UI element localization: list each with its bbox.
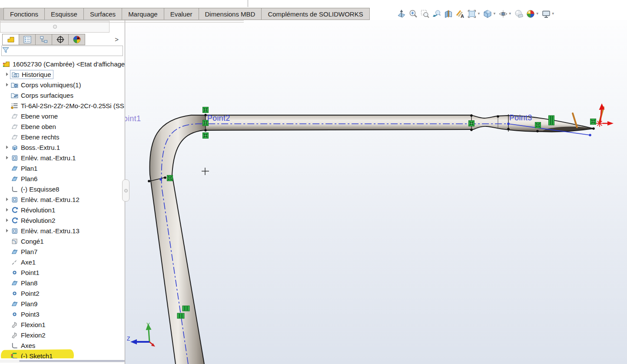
view-settings-button[interactable]: ▼ <box>541 9 555 19</box>
tree-item-plan8[interactable]: Plan8 <box>0 278 125 288</box>
zoom-to-area-icon <box>420 9 430 19</box>
tree-item-historique[interactable]: Historique <box>0 69 125 79</box>
expand-arrow-icon[interactable] <box>4 228 10 234</box>
flex-icon <box>11 331 18 339</box>
tree-item-ebene-rechts[interactable]: Ebene rechts <box>0 132 125 142</box>
tree-item-flexion1[interactable]: Flexion1 <box>0 319 125 330</box>
previous-view-button[interactable] <box>431 9 442 19</box>
expand-arrow-icon[interactable] <box>4 197 10 202</box>
configuration-tab-icon <box>39 35 49 44</box>
property-tab-icon <box>23 35 32 44</box>
apply-scene-button[interactable] <box>514 9 524 19</box>
ribbon-tab-esquisse[interactable]: Esquisse <box>44 8 84 20</box>
manager-tab-propertymanager[interactable] <box>19 34 36 45</box>
revolve-icon <box>11 217 18 224</box>
tree-item-plan7[interactable]: Plan7 <box>0 246 125 257</box>
axis-icon <box>11 258 18 266</box>
manager-tab-dimxpertmanager[interactable] <box>52 34 69 45</box>
tree-item-label: Enlèv. mat.-Extru.13 <box>21 227 80 235</box>
tree-item-corps-volumiques-1[interactable]: Corps volumiques(1) <box>0 79 125 90</box>
tree-item-16052730-cambree-etat-d-affichage[interactable]: 16052730 (Cambrée) <Etat d'affichage <box>0 59 125 69</box>
dropdown-caret-icon[interactable]: ▼ <box>477 12 481 16</box>
edit-appearance-button[interactable]: ▼ <box>525 9 540 19</box>
graphics-viewport[interactable]: Y Z oint1Point2Point3 <box>125 20 627 364</box>
view-orientation-button[interactable]: ▼ <box>467 9 481 19</box>
tree-item-label: Plan1 <box>21 165 37 172</box>
tree-item-label: Ti-6Al-2Sn-2Zr-2Mo-2Cr-0.25Si (SS <box>21 102 124 109</box>
sketch-point-label: oint1 <box>125 114 141 123</box>
tree-item-label: Flexion2 <box>21 331 46 339</box>
ribbon-tabs: FonctionsEsquisseSurfacesMarquageEvaluer… <box>3 8 370 20</box>
hide-show-items-button[interactable]: ▼ <box>498 9 512 19</box>
panel-flyout-arrow[interactable]: > <box>115 36 119 43</box>
ribbon-tab-complements-de-solidworks[interactable]: Compléments de SOLIDWORKS <box>261 8 369 20</box>
dropdown-caret-icon[interactable]: ▼ <box>551 12 555 16</box>
tree-item-conge1[interactable]: Congé1 <box>0 236 125 246</box>
tree-item-ebene-oben[interactable]: Ebene oben <box>0 121 125 132</box>
expand-arrow-icon[interactable] <box>4 155 10 161</box>
tree-item-revolution1[interactable]: Révolution1 <box>0 205 125 215</box>
normal-to-button[interactable] <box>396 9 407 19</box>
tree-item-sketch1[interactable]: (-) Sketch1 <box>0 351 125 358</box>
filter-input[interactable] <box>10 46 123 55</box>
section-view-button[interactable] <box>443 9 454 19</box>
ribbon-tab-evaluer[interactable]: Evaluer <box>164 8 199 20</box>
scrollbar-thumb[interactable] <box>19 360 125 362</box>
expand-arrow-icon[interactable] <box>4 207 10 213</box>
ribbon-tab-fonctions[interactable]: Fonctions <box>3 8 45 20</box>
dropdown-caret-icon[interactable]: ▼ <box>493 12 496 16</box>
tree-item-label: Enlèv. mat.-Extru.1 <box>21 154 76 162</box>
tree-item-enlev-mat-extru-13[interactable]: Enlèv. mat.-Extru.13 <box>0 225 125 236</box>
tree-item-boss-extru-1[interactable]: Boss.-Extru.1 <box>0 142 125 152</box>
dropdown-caret-icon[interactable]: ▼ <box>536 12 539 16</box>
tree-item-label: Enlèv. mat.-Extru.12 <box>21 196 80 203</box>
dropdown-caret-icon[interactable]: ▼ <box>508 12 512 16</box>
tree-item-point3[interactable]: Point3 <box>0 309 125 319</box>
history-folder-icon <box>12 71 19 78</box>
panel-collapse-strip[interactable] <box>0 21 109 33</box>
sketch-icon <box>11 185 18 193</box>
tree-item-enlev-mat-extru-1[interactable]: Enlèv. mat.-Extru.1 <box>0 152 125 163</box>
part-root-icon <box>3 60 10 68</box>
tree-item-axe1[interactable]: Axe1 <box>0 257 125 267</box>
ribbon-tab-dimensions-mbd[interactable]: Dimensions MBD <box>199 8 262 20</box>
expand-arrow-icon[interactable] <box>4 145 10 150</box>
ribbon-tab-surfaces[interactable]: Surfaces <box>83 8 122 20</box>
ref-plane-icon <box>11 133 18 141</box>
part-root-icon <box>3 60 10 68</box>
bent-tube-part[interactable] <box>150 115 594 364</box>
tree-item-enlev-mat-extru-12[interactable]: Enlèv. mat.-Extru.12 <box>0 194 125 205</box>
manager-tab-configurationmanager[interactable] <box>35 34 52 45</box>
tree-item-point1[interactable]: Point1 <box>0 267 125 278</box>
surface-bodies-folder-icon <box>11 92 18 99</box>
tree-item-esquisse8[interactable]: (-) Esquisse8 <box>0 184 125 194</box>
display-style-button[interactable]: ▼ <box>482 9 497 19</box>
display-tab-icon <box>72 35 82 44</box>
expand-arrow-icon[interactable] <box>4 72 10 77</box>
expand-arrow-icon[interactable] <box>4 82 10 88</box>
manager-tab-featuremanager-design-tree[interactable] <box>2 34 19 45</box>
panel-splitter-handle[interactable] <box>122 179 129 202</box>
tree-item-point2[interactable]: Point2 <box>0 288 125 298</box>
tree-item-flexion2[interactable]: Flexion2 <box>0 330 125 340</box>
ribbon-tab-marquage[interactable]: Marquage <box>122 8 164 20</box>
tree-item-label: Plan6 <box>21 175 37 182</box>
tree-item-corps-surfaciques[interactable]: Corps surfaciques <box>0 90 125 100</box>
tree-item-ebene-vorne[interactable]: Ebene vorne <box>0 111 125 121</box>
cut-extrude-icon <box>11 196 18 203</box>
triad-z-label: Z <box>127 336 130 342</box>
tree-item-plan9[interactable]: Plan9 <box>0 298 125 309</box>
tube-centerline[interactable] <box>162 124 507 364</box>
manager-tab-displaymanager[interactable] <box>68 34 85 45</box>
tree-horizontal-scrollbar[interactable] <box>0 360 125 363</box>
zoom-to-area-button[interactable] <box>420 9 430 19</box>
plane-icon <box>11 248 18 255</box>
tree-item-plan6[interactable]: Plan6 <box>0 173 125 184</box>
dynamic-annotation-views-button[interactable]: A <box>455 9 465 19</box>
expand-arrow-icon[interactable] <box>4 218 10 223</box>
relation-markers[interactable] <box>167 107 596 319</box>
tree-item-plan1[interactable]: Plan1 <box>0 163 125 173</box>
zoom-to-fit-button[interactable] <box>408 9 418 19</box>
tree-item-ti-6al-2sn-2zr-2mo-2cr-0-25si-ss[interactable]: Ti-6Al-2Sn-2Zr-2Mo-2Cr-0.25Si (SS <box>0 100 125 111</box>
tree-item-revolution2[interactable]: Révolution2 <box>0 215 125 225</box>
